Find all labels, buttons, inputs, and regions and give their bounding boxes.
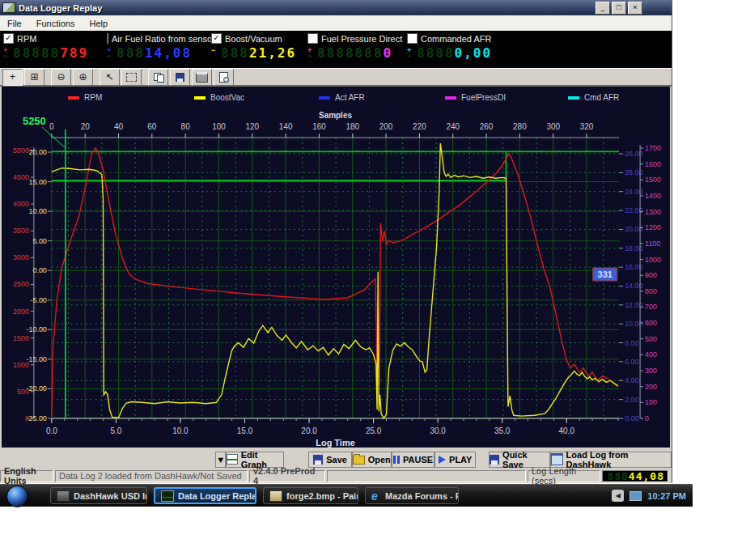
edit-graph-dropdown[interactable]: ▼: [215, 452, 226, 468]
svg-text:2000: 2000: [13, 308, 29, 316]
display-tray-icon: [629, 491, 642, 501]
boost-checkbox[interactable]: ✓: [211, 33, 222, 44]
taskbar: DashHawk USD Int... Data Logger Replay f…: [0, 484, 693, 507]
save-icon[interactable]: [170, 69, 190, 86]
play-button[interactable]: PLAY: [434, 452, 476, 468]
marquee-select-icon[interactable]: [121, 69, 142, 86]
track-values-tool-icon[interactable]: +: [2, 69, 23, 86]
cmdafr-sign-indicator: +−: [407, 48, 415, 59]
svg-text:0.00: 0.00: [32, 266, 46, 274]
menu-help[interactable]: Help: [82, 17, 115, 30]
print-icon[interactable]: [192, 69, 212, 86]
svg-text:240: 240: [446, 122, 460, 131]
lcd-band: ✓ RPM +− 88888888789 Air Fuel Ratio from…: [0, 31, 672, 68]
channel-fuelpress: Fuel Pressure Direct +− 888888880: [307, 31, 405, 68]
svg-text:320: 320: [580, 122, 594, 131]
toolbar: + ⊞ ⊖ ⊕ ↖: [0, 68, 672, 87]
svg-text:1500: 1500: [645, 176, 661, 184]
fuelpress-label: Fuel Pressure Direct: [321, 34, 402, 44]
copy-icon[interactable]: [148, 69, 168, 86]
taskbar-item-dashhawk[interactable]: DashHawk USD Int...: [50, 487, 147, 504]
taskbar-item-paint[interactable]: forge2.bmp - Paint: [263, 487, 358, 504]
svg-text:-20.00: -20.00: [26, 384, 46, 392]
edit-graph-button[interactable]: Edit Graph: [226, 452, 284, 468]
svg-text:800: 800: [645, 287, 657, 295]
svg-text:600: 600: [645, 319, 657, 327]
afr-sign-indicator: +−: [107, 48, 115, 59]
svg-text:35.0: 35.0: [494, 426, 511, 435]
svg-text:1700: 1700: [645, 144, 661, 152]
svg-text:700: 700: [645, 303, 657, 311]
menu-file[interactable]: File: [0, 17, 29, 30]
svg-text:40: 40: [114, 122, 124, 131]
svg-text:300: 300: [645, 367, 657, 375]
zoom-out-icon[interactable]: ⊖: [51, 69, 71, 86]
log-length-display: 88844,08: [602, 470, 668, 482]
svg-text:280: 280: [513, 122, 527, 131]
maximize-button[interactable]: □: [612, 2, 626, 15]
svg-text:15.00: 15.00: [28, 178, 46, 186]
menu-functions[interactable]: Functions: [29, 17, 83, 30]
save-floppy-icon: [313, 455, 323, 465]
load-log-button[interactable]: Load Log from DashHawk: [550, 452, 672, 468]
afr-checkbox[interactable]: [107, 33, 108, 44]
screen: Data Logger Replay _ □ × File Functions …: [0, 0, 746, 560]
quick-save-button[interactable]: Quick Save: [489, 452, 550, 468]
channel-rpm: ✓ RPM +− 88888888789: [3, 31, 105, 68]
cmdafr-checkbox[interactable]: [407, 33, 418, 44]
rpm-checkbox[interactable]: ✓: [3, 33, 14, 44]
svg-text:8.00: 8.00: [625, 339, 638, 347]
svg-text:400: 400: [645, 350, 657, 358]
svg-text:Samples: Samples: [319, 111, 352, 120]
svg-text:180: 180: [345, 122, 359, 131]
svg-text:140: 140: [279, 122, 293, 131]
svg-text:-25.00: -25.00: [26, 414, 46, 422]
svg-text:20.00: 20.00: [28, 148, 46, 156]
tray-collapse-chevron-icon[interactable]: ◀: [612, 490, 624, 502]
print-preview-icon[interactable]: [214, 69, 234, 86]
svg-text:0: 0: [49, 122, 54, 131]
pause-button[interactable]: PAUSE: [392, 452, 434, 468]
svg-text:6.00: 6.00: [625, 358, 638, 366]
app-icon: [2, 2, 15, 13]
svg-text:Log Time: Log Time: [316, 438, 355, 448]
taskbar-item-browser[interactable]: eMazda Forums - R...: [365, 487, 459, 504]
units-panel: English Units: [0, 470, 53, 482]
chart-panel: RPM BoostVac Act AFR FuelPressDI Cmd AFR…: [2, 87, 670, 448]
close-button[interactable]: ×: [628, 2, 642, 15]
svg-text:10.00: 10.00: [28, 207, 46, 215]
fuelpress-checkbox[interactable]: [307, 33, 318, 44]
taskbar-item-data-logger[interactable]: Data Logger Replay: [154, 487, 256, 504]
pointer-tool-icon[interactable]: ↖: [100, 69, 120, 86]
svg-text:25.0: 25.0: [366, 426, 382, 435]
svg-text:1000: 1000: [645, 256, 661, 264]
version-panel: v2.4.0 PreProd 4: [249, 470, 325, 482]
svg-text:10.0: 10.0: [172, 426, 189, 435]
channel-afr: Air Fuel Ratio from sensor +− 8888888814…: [107, 31, 210, 68]
log-status-panel: Data Log 2 loaded from DashHawk/Not Save…: [55, 470, 248, 482]
open-button[interactable]: Open: [352, 452, 392, 468]
svg-text:200: 200: [645, 383, 657, 391]
svg-text:80: 80: [181, 122, 191, 131]
svg-text:3500: 3500: [13, 227, 29, 235]
svg-text:15.0: 15.0: [237, 426, 253, 435]
zoom-window-tool-icon[interactable]: ⊞: [24, 69, 45, 86]
data-logger-plot[interactable]: 0204060801001201401601802002202402602803…: [2, 87, 670, 448]
log-length-label: Log Length (secs): [528, 470, 600, 482]
svg-text:60: 60: [147, 122, 157, 131]
svg-text:260: 260: [480, 122, 494, 131]
svg-text:900: 900: [645, 271, 657, 279]
svg-text:1400: 1400: [645, 192, 661, 200]
svg-text:0.0: 0.0: [46, 426, 57, 435]
data-logger-app-icon: [161, 490, 174, 502]
svg-text:4000: 4000: [13, 200, 29, 208]
start-button[interactable]: [6, 486, 28, 507]
svg-text:5.00: 5.00: [32, 237, 46, 245]
zoom-in-icon[interactable]: ⊕: [73, 69, 93, 86]
system-tray: ◀ 10:27 PM: [612, 485, 689, 507]
svg-text:20: 20: [81, 122, 91, 131]
minimize-button[interactable]: _: [596, 2, 610, 15]
paint-app-icon: [269, 490, 282, 502]
svg-text:1500: 1500: [13, 334, 29, 342]
save-button[interactable]: Save: [308, 452, 351, 468]
